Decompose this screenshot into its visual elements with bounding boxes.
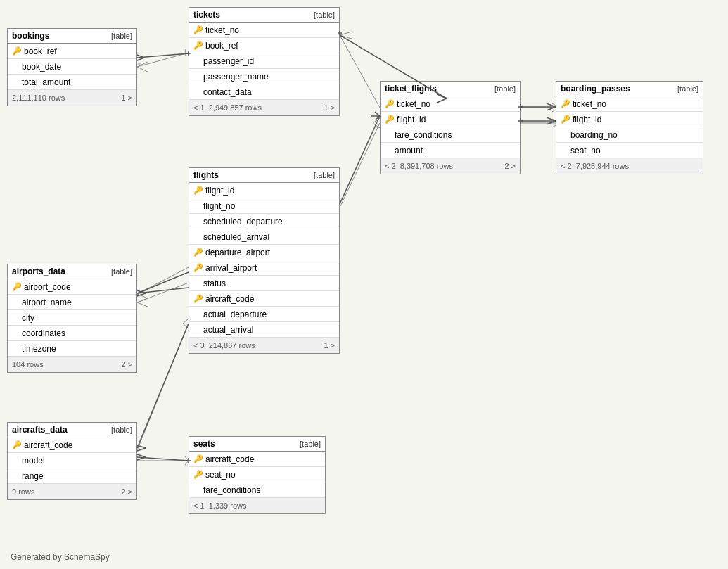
airports-data-rows: 104 rows: [12, 360, 44, 369]
bookings-nav: 1 >: [121, 94, 132, 102]
col-fare-conditions: fare_conditions: [385, 130, 516, 140]
col-flight-id: flight_id: [397, 115, 516, 124]
col-status: status: [193, 279, 335, 288]
fk-icon-gray: 🔑: [193, 263, 203, 272]
svg-line-41: [137, 445, 146, 448]
col-total-amount: total_amount: [12, 77, 132, 87]
tf-footer: < 2 8,391,708 rows 2 >: [381, 158, 520, 174]
pk-icon-yellow: 🔑: [385, 99, 395, 108]
col-book-ref: book_ref: [24, 46, 132, 56]
tf-row-flight-id: 🔑 flight_id: [381, 112, 520, 127]
svg-line-38: [137, 293, 146, 296]
col-model: model: [12, 456, 132, 466]
col-departure-airport: departure_airport: [205, 248, 335, 257]
svg-line-9: [137, 283, 189, 302]
pk-icon-yellow: 🔑: [12, 46, 22, 56]
col-seat-no: seat_no: [561, 146, 698, 155]
col-aircraft-code: aircraft_code: [24, 440, 132, 450]
ad-row-coordinates: coordinates: [8, 326, 136, 341]
s-row-seat-no: 🔑 seat_no: [189, 467, 325, 482]
col-actual-arrival: actual_arrival: [193, 325, 335, 335]
tickets-rows-left: < 1 2,949,857 rows: [193, 103, 262, 112]
tickets-table: tickets [table] 🔑 ticket_no 🔑 book_ref p…: [189, 7, 340, 116]
tickets-header: tickets [table]: [189, 8, 339, 23]
svg-line-32: [547, 117, 556, 121]
flights-footer: < 3 214,867 rows 1 >: [189, 338, 339, 353]
col-range: range: [12, 471, 132, 481]
acd-row-aircraft-code: 🔑 aircraft_code: [8, 437, 136, 453]
flights-type: [table]: [314, 171, 335, 179]
svg-line-12: [137, 53, 189, 58]
bookings-rows: 2,111,110 rows: [12, 94, 65, 102]
ticket-flights-header: ticket_flights [table]: [381, 82, 520, 96]
ad-row-airport-name: airport_name: [8, 295, 136, 310]
aircrafts-data-nav: 2 >: [121, 487, 132, 496]
ticket-flights-type: [table]: [494, 84, 516, 93]
svg-line-36: [137, 272, 189, 293]
pk-icon-yellow: 🔑: [193, 470, 203, 479]
tickets-row-book-ref: 🔑 book_ref: [189, 38, 339, 53]
bookings-type: [table]: [111, 32, 132, 40]
col-actual-departure: actual_departure: [193, 309, 335, 319]
pk-icon-yellow: 🔑: [385, 115, 395, 124]
svg-line-44: [137, 454, 146, 457]
seats-type: [table]: [300, 440, 321, 448]
boarding-passes-title: boarding_passes: [561, 84, 630, 94]
svg-line-8: [137, 267, 189, 294]
tf-rows-left: < 2 8,391,708 rows: [385, 162, 453, 170]
fl-row-arr-airport: 🔑 arrival_airport: [189, 260, 339, 276]
col-contact-data: contact_data: [193, 87, 335, 97]
flights-title: flights: [193, 170, 219, 180]
fl-row-flight-id: 🔑 flight_id: [189, 183, 339, 198]
aircrafts-data-title: aircrafts_data: [12, 425, 68, 435]
flights-nav: 1 >: [324, 341, 335, 350]
svg-line-0: [137, 53, 189, 67]
svg-line-42: [137, 448, 146, 451]
aircrafts-data-header: aircrafts_data [table]: [8, 423, 136, 437]
svg-line-33: [547, 121, 556, 124]
col-amount: amount: [385, 146, 516, 155]
tickets-footer: < 1 2,949,857 rows 1 >: [189, 100, 339, 115]
col-aircraft-code: aircraft_code: [205, 294, 335, 304]
tickets-type: [table]: [314, 11, 335, 19]
col-timezone: timezone: [12, 344, 132, 354]
boarding-passes-type: [table]: [677, 84, 698, 93]
footer-text: Generated by SchemaSpy: [11, 552, 110, 562]
svg-line-14: [137, 58, 144, 60]
svg-line-39: [137, 288, 189, 293]
svg-line-22: [340, 116, 380, 204]
tickets-row-ticket-no: 🔑 ticket_no: [189, 23, 339, 38]
col-ticket-no: ticket_no: [573, 99, 698, 109]
fl-row-aircraft-code: 🔑 aircraft_code: [189, 291, 339, 307]
svg-line-25: [375, 116, 380, 120]
bp-row-seat-no: seat_no: [556, 143, 703, 158]
col-scheduled-departure: scheduled_departure: [193, 217, 335, 226]
s-row-aircraft-code: 🔑 aircraft_code: [189, 452, 325, 467]
svg-line-40: [137, 324, 189, 448]
seats-title: seats: [193, 439, 215, 449]
airports-data-table: airports_data [table] 🔑 airport_code air…: [7, 264, 137, 373]
bp-row-ticket-no: 🔑 ticket_no: [556, 96, 703, 112]
tickets-row-passenger-name: passenger_name: [189, 69, 339, 84]
tickets-nav: 1 >: [324, 103, 335, 112]
tf-row-ticket-no: 🔑 ticket_no: [381, 96, 520, 112]
bookings-table: bookings [table] 🔑 book_ref book_date to…: [7, 28, 137, 106]
bp-rows-left: < 2 7,925,944 rows: [561, 162, 629, 170]
pk-icon-yellow: 🔑: [193, 186, 203, 195]
svg-line-45: [137, 457, 146, 460]
col-passenger-name: passenger_name: [193, 72, 335, 82]
svg-line-37: [137, 290, 146, 293]
boarding-passes-header: boarding_passes [table]: [556, 82, 703, 96]
bp-row-flight-id: 🔑 flight_id: [556, 112, 703, 127]
acd-row-model: model: [8, 453, 136, 468]
fl-row-status: status: [189, 276, 339, 291]
tickets-row-passenger-id: passenger_id: [189, 53, 339, 69]
col-passenger-id: passenger_id: [193, 56, 335, 66]
svg-line-5: [340, 123, 380, 207]
col-arrival-airport: arrival_airport: [205, 263, 335, 273]
flights-header: flights [table]: [189, 168, 339, 183]
col-book-ref: book_ref: [205, 41, 335, 51]
pk-icon-yellow: 🔑: [193, 25, 203, 34]
svg-line-28: [547, 107, 556, 110]
col-scheduled-arrival: scheduled_arrival: [193, 232, 335, 242]
